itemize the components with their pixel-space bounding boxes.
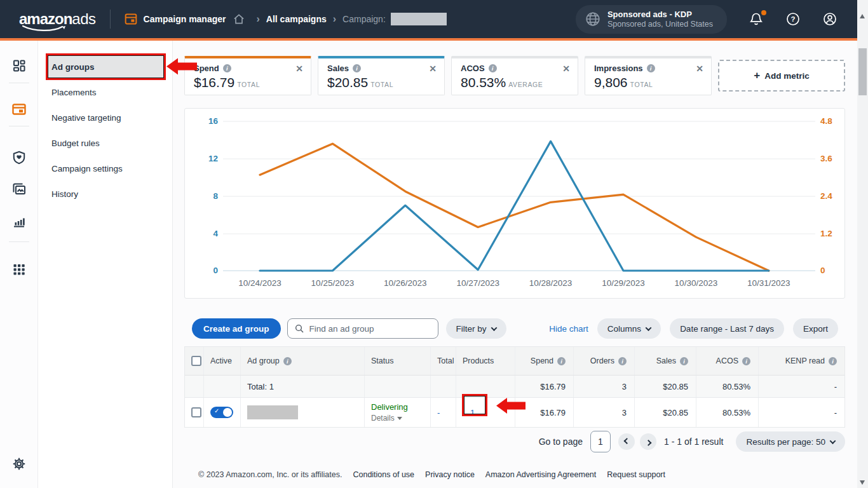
metric-value: 9,806 — [594, 75, 628, 90]
metric-value: 80.53% — [461, 75, 506, 90]
settings-gear-icon[interactable] — [11, 456, 27, 471]
metric-label: ACOS — [461, 64, 485, 73]
info-icon[interactable]: i — [829, 357, 837, 365]
total-targeting-value[interactable]: - — [437, 408, 440, 417]
table-toolbar: Create ad group Filter by Hide chart Col… — [184, 318, 845, 339]
reports-chart-icon[interactable] — [11, 214, 27, 229]
info-icon[interactable]: i — [680, 357, 688, 365]
header-total-targeting[interactable]: Total ta — [431, 347, 456, 375]
results-per-page-dropdown[interactable]: Results per page: 50 — [736, 431, 845, 452]
breadcrumb-chevron-icon: › — [333, 13, 336, 25]
close-icon[interactable]: ✕ — [295, 64, 303, 73]
ad-group-search[interactable] — [287, 318, 438, 339]
metric-card-sales[interactable]: Salesi✕ $20.85TOTAL — [318, 56, 445, 95]
svg-text:10/27/2023: 10/27/2023 — [456, 278, 499, 288]
footer-link-support[interactable]: Request support — [607, 470, 665, 479]
footer-link-agreement[interactable]: Amazon Advertising Agreement — [485, 470, 596, 479]
dashboard-icon[interactable] — [11, 58, 27, 74]
x-axis-labels: 10/24/2023 10/25/2023 10/26/2023 10/27/2… — [238, 278, 790, 288]
info-icon[interactable]: i — [647, 64, 655, 72]
account-switcher[interactable]: Sponsored ads - KDP Sponsored ads, Unite… — [576, 5, 727, 34]
header-ad-group[interactable]: Ad groupi — [241, 347, 365, 375]
header-active[interactable]: Active — [204, 347, 241, 375]
date-range-button[interactable]: Date range - Last 7 days — [670, 318, 784, 339]
info-icon[interactable]: i — [557, 357, 566, 365]
header-status[interactable]: Status — [365, 347, 431, 375]
svg-text:10/29/2023: 10/29/2023 — [602, 278, 645, 288]
apps-grid-icon[interactable] — [11, 262, 27, 277]
sidebar-item-negative-targeting[interactable]: Negative targeting — [46, 105, 165, 130]
status-details-expander[interactable]: Details — [371, 414, 402, 423]
sidebar-item-history[interactable]: History — [46, 181, 165, 207]
breadcrumb-all-campaigns[interactable]: All campaigns — [266, 14, 327, 24]
header-spend[interactable]: Spendi — [515, 347, 574, 375]
check-icon: ✓ — [214, 407, 219, 414]
header-products[interactable]: Products — [456, 347, 515, 375]
select-all-checkbox[interactable] — [191, 356, 201, 366]
close-icon[interactable]: ✕ — [429, 64, 437, 73]
account-subtitle: Sponsored ads, United States — [607, 20, 713, 29]
svg-text:4: 4 — [213, 229, 218, 238]
search-input[interactable] — [309, 324, 424, 334]
header-acos[interactable]: ACOSi — [696, 347, 759, 375]
copyright-text: © 2023 Amazon.com, Inc. or its affiliate… — [198, 470, 342, 479]
active-toggle[interactable]: ✓ — [210, 407, 233, 418]
row-checkbox[interactable] — [191, 407, 201, 417]
app-icon-rail — [0, 41, 38, 488]
products-count-link[interactable]: 1 — [470, 408, 475, 417]
previous-page-button[interactable] — [618, 433, 635, 450]
creatives-icon[interactable] — [11, 182, 27, 197]
chevron-right-icon — [645, 439, 651, 445]
scrollbar-up-arrow[interactable] — [860, 14, 865, 18]
footer-link-conditions[interactable]: Conditions of use — [353, 470, 414, 479]
metric-card-spend[interactable]: Spendi✕ $16.79TOTAL — [184, 56, 311, 95]
header-orders[interactable]: Ordersi — [574, 347, 635, 375]
svg-text:?: ? — [790, 15, 795, 23]
info-icon[interactable]: i — [618, 357, 627, 365]
close-icon[interactable]: ✕ — [562, 64, 570, 73]
breadcrumb-app-label[interactable]: Campaign manager — [144, 14, 226, 24]
create-ad-group-button[interactable]: Create ad group — [192, 318, 281, 339]
sidebar-item-campaign-settings[interactable]: Campaign settings — [46, 156, 165, 181]
vertical-scrollbar[interactable] — [857, 0, 868, 488]
row-total-targeting-cell: - — [431, 398, 456, 427]
page-number-input[interactable] — [590, 431, 611, 452]
metric-card-acos[interactable]: ACOSi✕ 80.53%AVERAGE — [451, 56, 578, 95]
table-row: ✓ Delivering Details - 1 $16.79 3 $20.85… — [185, 398, 844, 427]
scrollbar-down-arrow[interactable] — [860, 480, 865, 485]
hide-chart-link[interactable]: Hide chart — [549, 324, 588, 334]
next-page-button[interactable] — [640, 433, 656, 450]
pagination-bar: Go to page 1 - 1 of 1 result Results per… — [184, 431, 845, 452]
header-kenp-read[interactable]: KENP readi — [759, 347, 844, 375]
sales-line-series[interactable] — [260, 141, 769, 271]
total-kenp: - — [759, 376, 844, 397]
header-sales[interactable]: Salesi — [635, 347, 696, 375]
info-icon[interactable]: i — [353, 64, 361, 72]
row-active-cell: ✓ — [204, 398, 241, 427]
filter-by-dropdown[interactable]: Filter by — [446, 318, 506, 339]
export-button[interactable]: Export — [793, 318, 838, 339]
brand-shield-icon[interactable] — [11, 150, 27, 165]
sidebar-item-budget-rules[interactable]: Budget rules — [46, 130, 165, 156]
info-icon[interactable]: i — [489, 64, 497, 72]
add-metric-button[interactable]: +Add metric — [718, 60, 845, 92]
notifications-button[interactable] — [749, 11, 764, 27]
info-icon[interactable]: i — [223, 64, 231, 72]
account-menu-button[interactable] — [822, 11, 837, 27]
help-button[interactable]: ? — [785, 11, 801, 27]
campaign-manager-rail-icon[interactable] — [11, 102, 27, 117]
info-icon[interactable]: i — [742, 357, 750, 365]
scrollbar-thumb[interactable] — [858, 48, 867, 95]
sidebar-item-ad-groups[interactable]: Ad groups — [46, 54, 165, 79]
status-badge: Delivering — [371, 402, 408, 412]
sidebar-item-placements[interactable]: Placements — [46, 79, 165, 105]
close-icon[interactable]: ✕ — [696, 64, 703, 73]
footer-link-privacy[interactable]: Privacy notice — [425, 470, 475, 479]
home-icon[interactable] — [233, 13, 245, 25]
columns-dropdown[interactable]: Columns — [597, 318, 661, 339]
table-total-row: Total: 1 $16.79 3 $20.85 80.53% - — [185, 376, 844, 398]
info-icon[interactable]: i — [283, 357, 292, 365]
notification-dot — [761, 10, 766, 15]
amazon-ads-logo[interactable]: amazonads — [19, 10, 96, 28]
metric-card-impressions[interactable]: Impressionsi✕ 9,806TOTAL — [585, 56, 712, 95]
